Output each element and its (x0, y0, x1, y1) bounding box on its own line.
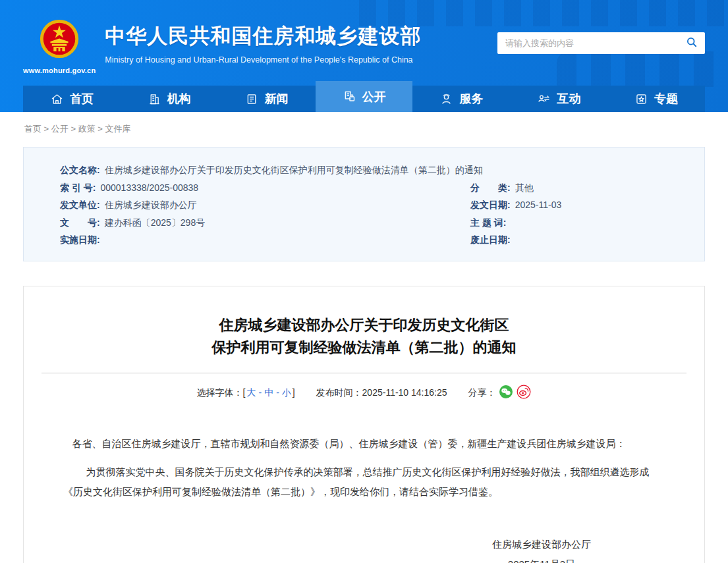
meta-row-issuing-unit: 发文单位: 住房城乡建设部办公厅 (60, 196, 470, 214)
meta-label: 索 引 号: (60, 179, 96, 197)
meta-value: 建办科函〔2025〕298号 (105, 214, 206, 232)
nav-item-service[interactable]: 服务 (412, 86, 510, 112)
font-size-medium-link[interactable]: 中 (264, 387, 273, 398)
nav-label: 公开 (362, 89, 386, 105)
meta-label: 文 号: (60, 214, 100, 232)
meta-value: 其他 (515, 179, 534, 197)
site-logo[interactable]: www.mohurd.gov.cn (23, 17, 96, 74)
article-body: 各省、自治区住房城乡建设厅，直辖市规划和自然资源委（局）、住房城乡建设（管）委，… (63, 434, 665, 563)
salutation-paragraph: 各省、自治区住房城乡建设厅，直辖市规划和自然资源委（局）、住房城乡建设（管）委，… (63, 434, 665, 454)
meta-label: 废止日期: (470, 231, 511, 249)
signature-org: 住房城乡建设部办公厅 (492, 535, 591, 554)
title-divider (42, 373, 686, 373)
nav-label: 首页 (70, 91, 94, 107)
font-size-large-link[interactable]: 大 (246, 387, 256, 398)
search-input[interactable] (497, 32, 679, 54)
person-circle-icon (439, 92, 453, 106)
nav-item-interact[interactable]: 互动 (510, 86, 607, 112)
document-lock-icon (343, 90, 356, 103)
nav-item-home[interactable]: 首页 (23, 86, 121, 112)
breadcrumb[interactable]: 首页 > 公开 > 政策 > 文件库 (0, 112, 728, 143)
meta-value: 2025-11-03 (515, 196, 562, 214)
meta-row-doc-number: 文 号: 建办科函〔2025〕298号 (60, 214, 470, 232)
publish-time: 发布时间：2025-11-10 14:16:25 (316, 387, 450, 398)
meta-label: 发文单位: (60, 196, 100, 214)
news-icon (245, 92, 259, 106)
search-box[interactable] (497, 32, 705, 54)
search-icon (685, 36, 698, 51)
font-size-separator: - (258, 387, 262, 398)
nav-label: 新闻 (265, 91, 289, 107)
main-nav: 首页 机构 新闻 (23, 86, 705, 112)
search-button[interactable] (679, 32, 705, 54)
article-title-line1: 住房城乡建设部办公厅关于印发历史文化街区 (24, 314, 704, 336)
meta-label: 主 题 词: (470, 214, 506, 232)
star-box-icon (634, 92, 648, 106)
home-icon (50, 92, 64, 106)
meta-value: 住房城乡建设部办公厅关于印发历史文化街区保护利用可复制经验做法清单（第二批）的通… (105, 161, 483, 179)
wechat-share-icon[interactable] (499, 385, 513, 401)
font-size-selector: 选择字体：[大-中-小] (197, 387, 298, 398)
site-title: 中华人民共和国住房和城乡建设部 (105, 22, 421, 50)
article-card: 住房城乡建设部办公厅关于印发历史文化街区 保护利用可复制经验做法清单（第二批）的… (23, 286, 705, 563)
nav-item-special[interactable]: 专题 (607, 86, 705, 112)
nav-item-news[interactable]: 新闻 (218, 86, 316, 112)
meta-row-repeal-date: 废止日期: (470, 231, 685, 249)
font-size-small-link[interactable]: 小 (282, 387, 291, 398)
publish-time-label: 发布时间： (316, 387, 362, 398)
meta-label: 实施日期: (60, 231, 100, 249)
nav-label: 机构 (167, 91, 191, 107)
font-size-separator: - (276, 387, 279, 398)
nav-item-open[interactable]: 公开 (316, 81, 413, 112)
building-icon (148, 92, 161, 106)
nav-label: 专题 (654, 91, 678, 107)
nav-label: 服务 (459, 91, 483, 107)
share-label: 分享： (468, 387, 495, 398)
article-toolbar: 选择字体：[大-中-小] 发布时间：2025-11-10 14:16:25 分享… (24, 385, 704, 401)
national-emblem-icon (39, 17, 80, 63)
bracket: [ (243, 387, 246, 398)
publish-time-value: 2025-11-10 14:16:25 (362, 387, 447, 398)
body-paragraph: 为贯彻落实党中央、国务院关于历史文化保护传承的决策部署，总结推广历史文化街区保护… (63, 462, 665, 502)
meta-label: 公文名称: (60, 161, 100, 179)
meta-value: 000013338/2025-00838 (100, 179, 198, 197)
meta-row-subject-words: 主 题 词: (470, 214, 685, 232)
document-meta-panel: 公文名称: 住房城乡建设部办公厅关于印发历史文化街区保护利用可复制经验做法清单（… (23, 147, 705, 261)
meta-label: 分 类: (470, 179, 511, 197)
meta-row-category: 分 类: 其他 (470, 179, 685, 197)
meta-row-index-no: 索 引 号: 000013338/2025-00838 (60, 179, 470, 197)
article-title: 住房城乡建设部办公厅关于印发历史文化街区 保护利用可复制经验做法清单（第二批）的… (24, 314, 704, 359)
meta-row-doc-name: 公文名称: 住房城乡建设部办公厅关于印发历史文化街区保护利用可复制经验做法清单（… (60, 161, 685, 179)
share-controls: 分享： (468, 387, 531, 398)
site-url: www.mohurd.gov.cn (23, 67, 96, 74)
article-title-line2: 保护利用可复制经验做法清单（第二批）的通知 (24, 336, 704, 359)
meta-row-implementation-date: 实施日期: (60, 231, 470, 249)
site-subtitle: Ministry of Housing and Urban-Rural Deve… (105, 55, 421, 65)
font-select-label: 选择字体： (197, 387, 243, 398)
weibo-share-icon[interactable] (517, 385, 531, 401)
nav-item-org[interactable]: 机构 (121, 86, 218, 112)
signature-date: 2025年11月3日 (492, 554, 591, 563)
bracket: ] (293, 387, 295, 398)
meta-label: 发文日期: (470, 196, 511, 214)
person-arrows-icon (537, 92, 551, 106)
signature-block: 住房城乡建设部办公厅 2025年11月3日 (63, 535, 665, 563)
meta-value: 住房城乡建设部办公厅 (105, 196, 197, 214)
site-header: www.mohurd.gov.cn 中华人民共和国住房和城乡建设部 Minist… (0, 0, 728, 112)
nav-label: 互动 (557, 91, 580, 107)
meta-row-issue-date: 发文日期: 2025-11-03 (470, 196, 685, 214)
